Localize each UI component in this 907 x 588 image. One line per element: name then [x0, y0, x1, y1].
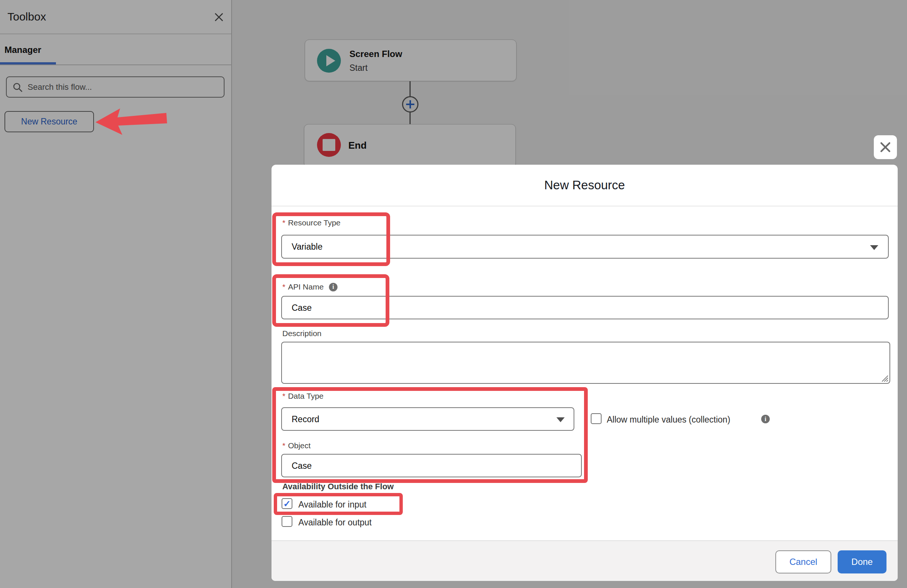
availability-heading: Availability Outside the Flow: [282, 482, 394, 492]
chevron-down-icon: [556, 417, 565, 422]
allow-multiple-label: Allow multiple values (collection): [607, 415, 730, 425]
available-for-input-label: Available for input: [298, 500, 366, 510]
api-name-field-box: [281, 296, 889, 320]
available-for-input-checkbox[interactable]: ✓: [282, 498, 292, 509]
description-field-box: [281, 342, 890, 384]
close-icon: [880, 141, 891, 153]
modal-title: New Resource: [271, 165, 898, 206]
chevron-down-icon: [870, 245, 878, 250]
data-type-value: Record: [292, 408, 319, 430]
modal-close-button[interactable]: [874, 135, 897, 159]
cancel-button[interactable]: Cancel: [776, 550, 831, 574]
available-for-output-checkbox[interactable]: [282, 516, 292, 527]
allow-multiple-checkbox[interactable]: [591, 413, 602, 424]
data-type-select[interactable]: Record: [281, 407, 574, 431]
available-for-output-label: Available for output: [298, 518, 372, 527]
resource-type-value: Variable: [292, 235, 323, 258]
resource-type-label: * Resource Type: [282, 218, 340, 227]
object-label: * Object: [282, 441, 311, 450]
required-asterisk: *: [282, 218, 285, 227]
description-textarea[interactable]: [281, 342, 890, 384]
new-resource-modal: New Resource * Resource Type Variable * …: [271, 165, 898, 581]
info-icon[interactable]: i: [761, 415, 770, 423]
flow-builder-canvas: Screen Flow Start End Toolbox Manager: [0, 0, 907, 588]
info-icon[interactable]: i: [329, 283, 338, 291]
api-name-label: * API Name i: [282, 283, 338, 291]
description-label: Description: [282, 329, 322, 338]
done-button[interactable]: Done: [838, 550, 886, 574]
resource-type-select[interactable]: Variable: [281, 235, 889, 259]
api-name-input[interactable]: [292, 297, 837, 319]
resize-grip-icon[interactable]: [881, 374, 889, 382]
data-type-label: * Data Type: [282, 391, 324, 401]
object-field-box: [281, 454, 582, 477]
object-input[interactable]: [292, 455, 561, 477]
modal-footer: Cancel Done: [271, 540, 898, 581]
